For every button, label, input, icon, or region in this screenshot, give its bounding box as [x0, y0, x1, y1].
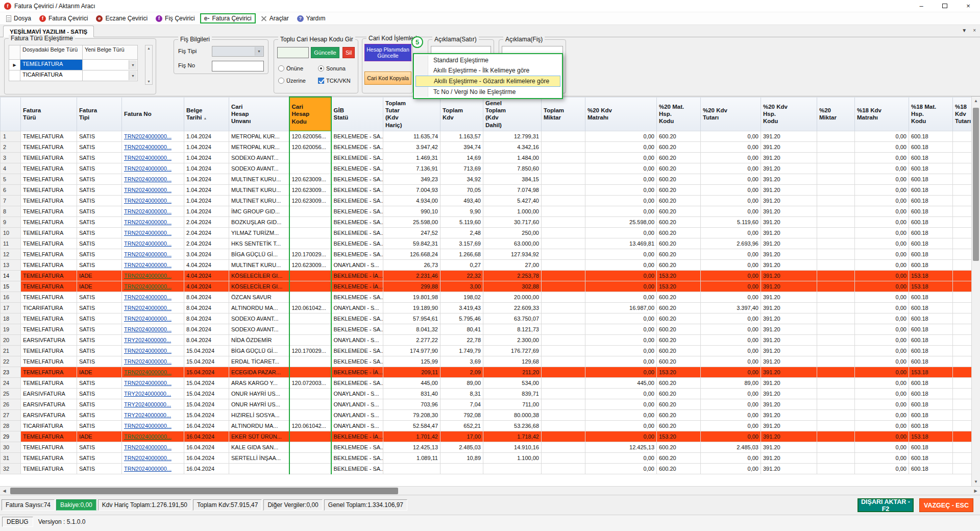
- invoice-no-link[interactable]: TRN2024000000...: [124, 466, 172, 472]
- grid-cell[interactable]: 0,00: [585, 260, 657, 271]
- grid-cell[interactable]: 493,40: [440, 196, 483, 206]
- grid-cell[interactable]: 0,00: [585, 356, 657, 367]
- grid-cell[interactable]: [817, 153, 855, 163]
- grid-cell[interactable]: [542, 238, 585, 249]
- column-header[interactable]: GİB Statü: [331, 97, 383, 131]
- grid-cell[interactable]: [542, 431, 585, 442]
- grid-cell[interactable]: 0,00: [701, 185, 761, 196]
- grid-cell[interactable]: SATIS: [77, 442, 122, 453]
- grid-cell[interactable]: 22,78: [440, 335, 483, 346]
- grid-cell[interactable]: TEMELFATURA: [21, 367, 77, 378]
- grid-cell[interactable]: SATIS: [77, 196, 122, 206]
- grid-cell[interactable]: BEKLEMEDE - İA...: [331, 431, 383, 442]
- grid-cell[interactable]: IADE: [77, 281, 122, 292]
- grid-cell[interactable]: 15.04.2024: [184, 378, 229, 389]
- grid-cell[interactable]: 0,00: [855, 335, 909, 346]
- grid-cell[interactable]: [229, 464, 289, 474]
- grid-cell[interactable]: 176.727,69: [483, 346, 542, 356]
- grid-cell[interactable]: 1.701,42: [383, 431, 440, 442]
- grid-cell[interactable]: EARSIVFATURA: [21, 389, 77, 399]
- grid-cell[interactable]: 0,00: [855, 292, 909, 303]
- grid-cell[interactable]: 120.072003...: [289, 378, 331, 389]
- grid-cell[interactable]: 600.20: [657, 421, 701, 431]
- grid-cell[interactable]: 299,88: [383, 281, 440, 292]
- grid-cell[interactable]: 7.004,93: [383, 185, 440, 196]
- invoice-no-link[interactable]: TRN2024000000...: [124, 165, 172, 172]
- grid-cell[interactable]: BEKLEMEDE - SA...: [331, 324, 383, 335]
- grid-cell[interactable]: [817, 421, 855, 431]
- grid-cell[interactable]: 0,00: [701, 142, 761, 153]
- grid-cell[interactable]: 391.20: [761, 142, 817, 153]
- grid-cell[interactable]: 11.635,74: [383, 131, 440, 142]
- grid-cell[interactable]: 0,00: [585, 163, 657, 174]
- grid-cell[interactable]: [289, 217, 331, 228]
- grid-cell[interactable]: 153.18: [909, 281, 953, 292]
- grid-cell[interactable]: YILMAZ TURİZM...: [229, 228, 289, 238]
- grid-cell[interactable]: 600.20: [657, 163, 701, 174]
- grid-cell[interactable]: BEKLEMEDE - SA...: [331, 453, 383, 464]
- grid-cell[interactable]: SATIS: [77, 399, 122, 410]
- grid-cell[interactable]: 7.136,91: [383, 163, 440, 174]
- grid-cell[interactable]: [289, 389, 331, 399]
- grid-cell[interactable]: TEMELFATURA: [21, 292, 77, 303]
- grid-cell[interactable]: [817, 303, 855, 313]
- grid-cell[interactable]: 7.850,60: [483, 163, 542, 174]
- grid-cell[interactable]: 16.04.2024: [184, 453, 229, 464]
- grid-cell[interactable]: 0,00: [585, 206, 657, 217]
- grid-cell[interactable]: [289, 313, 331, 324]
- row-number-cell[interactable]: 7: [1, 196, 21, 206]
- grid-cell[interactable]: BEKLEMEDE - SA...: [331, 356, 383, 367]
- grid-cell[interactable]: 652,21: [440, 421, 483, 431]
- invoice-no-cell[interactable]: TRN2024000000...: [122, 238, 184, 249]
- grid-cell[interactable]: 3,00: [440, 281, 483, 292]
- grid-cell[interactable]: SATIS: [77, 249, 122, 260]
- grid-cell[interactable]: 391.20: [761, 335, 817, 346]
- grid-cell[interactable]: TEMELFATURA: [21, 196, 77, 206]
- menu-efatura-cevirici[interactable]: e- Fatura Çevirici: [200, 13, 256, 23]
- grid-cell[interactable]: 0,00: [585, 292, 657, 303]
- grid-cell[interactable]: 2.04.2024: [184, 217, 229, 228]
- grid-cell[interactable]: EKER SÜT ÜRÜN...: [229, 431, 289, 442]
- grid-cell[interactable]: [817, 163, 855, 174]
- grid-cell[interactable]: 16.987,00: [585, 303, 657, 313]
- grid-cell[interactable]: 0,00: [701, 453, 761, 464]
- grid-cell[interactable]: 1.04.2024: [184, 196, 229, 206]
- column-header[interactable]: Cari Hesap Unvanı: [229, 97, 289, 131]
- column-header[interactable]: Toplam Kdv: [440, 97, 483, 131]
- grid-cell[interactable]: 0,00: [855, 421, 909, 431]
- grid-cell[interactable]: BOZKUŞLAR GID...: [229, 217, 289, 228]
- grid-cell[interactable]: 2.231,46: [383, 271, 440, 281]
- grid-cell[interactable]: 600.18: [909, 399, 953, 410]
- grid-cell[interactable]: 120.170029...: [289, 249, 331, 260]
- grid-cell[interactable]: 0,00: [855, 174, 909, 185]
- tab-close-icon[interactable]: ×: [973, 28, 976, 33]
- grid-cell[interactable]: 600.20: [657, 153, 701, 163]
- grid-cell[interactable]: 0,00: [855, 389, 909, 399]
- hesap-planimdan-guncelle-button[interactable]: Hesap Planımdan Güncelle: [364, 44, 411, 61]
- grid-cell[interactable]: 391.20: [761, 281, 817, 292]
- grid-cell[interactable]: 600.20: [657, 410, 701, 421]
- grid-cell[interactable]: 600.20: [657, 206, 701, 217]
- row-number-cell[interactable]: 19: [1, 324, 21, 335]
- grid-cell[interactable]: 1.484,00: [483, 153, 542, 163]
- grid-cell[interactable]: 0,00: [701, 281, 761, 292]
- grid-cell[interactable]: SATIS: [77, 217, 122, 228]
- fis-tipi-combo[interactable]: ▼: [212, 46, 264, 57]
- invoice-no-link[interactable]: TRN2024000000...: [124, 305, 172, 311]
- grid-cell[interactable]: 12.425,13: [585, 442, 657, 453]
- grid-cell[interactable]: 15.04.2024: [184, 389, 229, 399]
- grid-cell[interactable]: 63.000,00: [483, 238, 542, 249]
- grid-cell[interactable]: MULTINET KURU...: [229, 185, 289, 196]
- grid-cell[interactable]: [817, 217, 855, 228]
- grid-cell[interactable]: 126.668,24: [383, 249, 440, 260]
- grid-cell[interactable]: 0,00: [585, 346, 657, 356]
- grid-cell[interactable]: 0,00: [855, 131, 909, 142]
- grid-cell[interactable]: 8.04.2024: [184, 303, 229, 313]
- grid-cell[interactable]: 8.041,32: [383, 324, 440, 335]
- row-number-cell[interactable]: 16: [1, 292, 21, 303]
- grid-cell[interactable]: 79.208,30: [383, 410, 440, 421]
- grid-cell[interactable]: 120.061042...: [289, 421, 331, 431]
- grid-cell[interactable]: 0,00: [701, 163, 761, 174]
- grid-cell[interactable]: [817, 442, 855, 453]
- invoice-no-cell[interactable]: TRN2024000000...: [122, 313, 184, 324]
